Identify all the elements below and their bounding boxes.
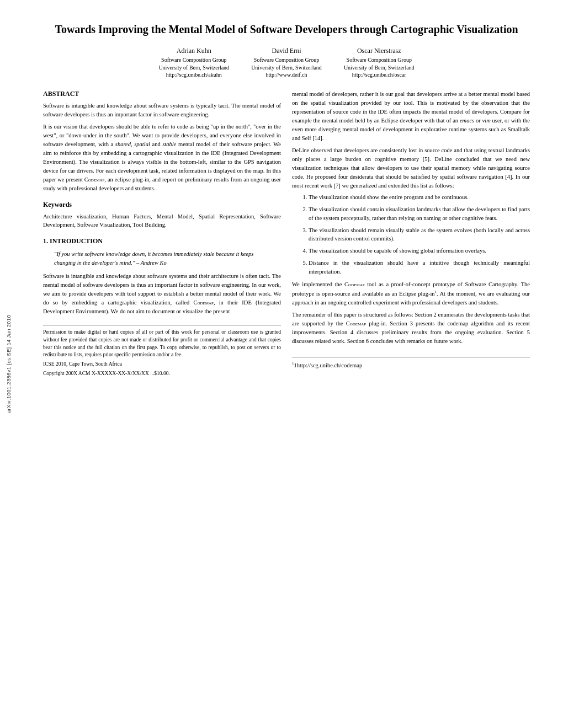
abstract-p2: It is our vision that developers should …	[43, 122, 281, 193]
arxiv-label: arXiv:1001.2386v1 [cs.SE] 14 Jan 2010	[3, 0, 13, 728]
abstract-p1: Software is intangible and knowledge abo…	[43, 101, 281, 119]
copyright-text: Copyright 200X ACM X-XXXXX-XX-X/XX/XX ..…	[43, 370, 281, 378]
author-1: Adrian Kuhn Software Composition Group U…	[158, 47, 229, 78]
list-item-4: The visualization should be capable of s…	[309, 247, 530, 255]
list-item-3: The visualization should remain visually…	[309, 226, 530, 244]
two-column-layout: ABSTRACT Software is intangible and know…	[43, 90, 530, 379]
introduction-title: 1. INTRODUCTION	[43, 237, 281, 245]
abstract-title: ABSTRACT	[43, 90, 281, 98]
right-intro-cont: mental model of developers, rather it is…	[292, 90, 530, 143]
keywords-title: Keywords	[43, 201, 281, 209]
impl-para: We implemented the Codemap tool as a pro…	[292, 280, 530, 307]
left-column: ABSTRACT Software is intangible and know…	[43, 90, 281, 379]
permission-text: Permission to make digital or hard copie…	[43, 329, 281, 359]
list-item-2: The visualization should contain visuali…	[309, 205, 530, 223]
authors-row: Adrian Kuhn Software Composition Group U…	[43, 47, 530, 78]
desiderata-list: The visualization should show the entire…	[309, 193, 530, 276]
author-2: David Erni Software Composition Group Un…	[251, 47, 322, 78]
introduction-p1: Software is intangible and knowledge abo…	[43, 272, 281, 316]
introduction-quote: "If you write software knowledge down, i…	[54, 250, 270, 267]
footnote-right: 11http://scg.unibe.ch/codemap	[292, 357, 530, 370]
list-item-1: The visualization should show the entire…	[309, 193, 530, 202]
conf-text: ICSE 2010, Cape Town, South Africa	[43, 361, 281, 368]
footnote-codemap: 11http://scg.unibe.ch/codemap	[292, 361, 530, 370]
struct-para: The remainder of this paper is structure…	[292, 311, 530, 346]
deline-para: DeLine observed that developers are cons…	[292, 146, 530, 190]
list-item-5: Distance in the visualization should hav…	[309, 259, 530, 276]
author-3: Oscar Nierstrasz Software Composition Gr…	[344, 47, 415, 78]
title-section: Towards Improving the Mental Model of So…	[43, 22, 530, 78]
paper-title: Towards Improving the Mental Model of So…	[43, 22, 530, 37]
keywords-text: Architecture visualization, Human Factor…	[43, 212, 281, 230]
right-column: mental model of developers, rather it is…	[292, 90, 530, 379]
footnote-left: Permission to make digital or hard copie…	[43, 325, 281, 378]
